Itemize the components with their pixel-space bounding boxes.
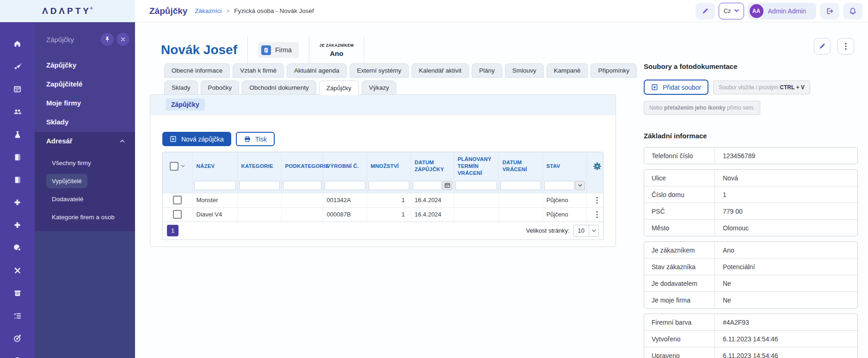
gear-icon <box>593 162 602 171</box>
close-sidebar-button[interactable] <box>117 33 129 46</box>
filter-vyrobni-c-input[interactable] <box>325 181 365 190</box>
submenu-item-kategorie[interactable]: Kategorie firem a osob <box>35 208 135 226</box>
page-size-select[interactable]: 10 <box>573 225 599 237</box>
info-label: Upraveno <box>644 347 715 358</box>
edit-record-button[interactable] <box>814 38 831 55</box>
menu-item-zapujcitele[interactable]: Zapůjčitelé <box>35 74 135 93</box>
filter-mnozstvi-input[interactable] <box>369 181 409 190</box>
tab-vykazy[interactable]: Výkazy <box>362 80 397 95</box>
add-file-button[interactable]: Přidat soubor <box>644 80 708 95</box>
submenu-item-dodavatele[interactable]: Dodavatelé <box>35 190 135 208</box>
tab-vztah-k-firme[interactable]: Vztah k firmě <box>233 63 284 78</box>
tab-obchodni-dokumenty[interactable]: Obchodní dokumenty <box>242 80 316 95</box>
logo-area[interactable]: ΛDΛPTY + <box>0 0 135 22</box>
cell-datum-zapujcky: 16.4.2024 <box>411 193 454 207</box>
menu-item-moje-firmy[interactable]: Moje firmy <box>35 93 135 112</box>
info-label: PSČ <box>644 203 715 219</box>
info-label: Číslo domu <box>644 186 715 203</box>
table-row[interactable]: Monster 001342A 1 16.4.2024 Půjčeno <box>163 193 603 207</box>
menu-item-adresar[interactable]: Adresář <box>35 131 135 150</box>
filter-nazev-input[interactable] <box>194 181 236 190</box>
column-header-kategorie[interactable]: KATEGORIE <box>237 152 281 180</box>
select-all-checkbox[interactable] <box>170 162 179 171</box>
menu-item-sklady[interactable]: Sklady <box>35 112 135 131</box>
chevron-down-icon[interactable] <box>181 165 185 167</box>
drop-zone-hint[interactable]: Nebo přetažením jeho ikonky přímo sem. <box>644 101 760 115</box>
firma-badge: Firma <box>258 42 299 58</box>
filter-planovany-termin-input[interactable] <box>456 181 497 190</box>
row-menu-button[interactable] <box>595 196 599 205</box>
tab-plany[interactable]: Plány <box>472 63 502 78</box>
filter-podkategorie-input[interactable] <box>283 181 321 190</box>
language-selector[interactable]: Cz <box>719 3 744 19</box>
print-button[interactable]: Tisk <box>236 132 275 146</box>
row-checkbox[interactable] <box>173 210 182 219</box>
new-loan-button[interactable]: Nová zápůjčka <box>162 132 231 146</box>
rail-item-plus-alt[interactable] <box>0 214 35 236</box>
rail-item-flask[interactable] <box>0 123 35 146</box>
column-settings-button[interactable] <box>592 161 603 172</box>
column-header-planovany-termin[interactable]: PLÁNOVANÝ TERMÍN VRÁCENÍ <box>454 152 499 180</box>
quick-edit-button[interactable] <box>696 3 715 19</box>
column-header-nazev[interactable]: NÁZEV <box>192 152 237 180</box>
printer-icon <box>244 136 251 143</box>
tab-obecne-informace[interactable]: Obecné informace <box>164 63 230 78</box>
tab-zapujcky[interactable]: Zápůjčky <box>319 80 359 95</box>
rail-item-plus[interactable] <box>0 191 35 214</box>
table-row[interactable]: Diavel V4 000087B 1 16.4.2024 Půjčeno <box>163 207 603 222</box>
rail-item-book[interactable] <box>0 168 35 191</box>
rail-item-tools[interactable] <box>0 259 35 282</box>
column-header-vyrobni-c[interactable]: VÝROBNÍ Č. <box>323 152 367 180</box>
rail-item-target[interactable] <box>0 327 35 350</box>
submenu-item-vsechny-firmy[interactable]: Všechny firmy <box>35 154 135 172</box>
pin-sidebar-button[interactable] <box>101 33 114 46</box>
submenu-item-vypujcitele[interactable]: Vypůjčitelé <box>35 172 135 190</box>
rail-item-home[interactable] <box>0 32 35 55</box>
more-options-button[interactable] <box>837 38 854 55</box>
filter-datum-vraceni-input[interactable] <box>500 181 541 190</box>
row-menu-button[interactable] <box>595 210 599 219</box>
stav-dropdown-button[interactable] <box>575 181 585 190</box>
user-menu[interactable]: AA Admin Admin <box>748 3 816 19</box>
column-header-datum-zapujcky[interactable]: DATUM ZÁPŮJČKY <box>411 152 454 180</box>
tab-kampane[interactable]: Kampaně <box>547 63 588 78</box>
app-window: ΛDΛPTY + Zápůjčky Zákazníci > Fyzická os… <box>0 0 868 358</box>
tab-externi-systemy[interactable]: Externí systémy <box>350 63 409 78</box>
column-header-mnozstvi[interactable]: MNOŽSTVÍ <box>367 152 411 180</box>
column-header-stav[interactable]: STAV <box>542 152 586 180</box>
page-1-button[interactable]: 1 <box>167 225 179 236</box>
rail-item-calendar[interactable] <box>0 78 35 100</box>
notifications-button[interactable] <box>843 3 862 19</box>
row-checkbox[interactable] <box>173 196 182 204</box>
menu-item-zapujcky[interactable]: Zápůjčky <box>35 56 135 74</box>
date-picker-button[interactable] <box>443 181 452 190</box>
strip-tab-zapujcky[interactable]: Zápůjčky <box>166 99 205 111</box>
menu-item-label: Zapůjčitelé <box>46 80 82 88</box>
rail-item-rocket[interactable] <box>0 55 35 78</box>
tab-kalendar-aktivit[interactable]: Kalendář aktivit <box>412 63 469 78</box>
files-section-title: Soubory a fotodokumentace <box>644 62 858 70</box>
rail-item-journal[interactable] <box>0 146 35 168</box>
rail-item-globe[interactable] <box>0 350 35 358</box>
cell-nazev: Diavel V4 <box>192 207 237 222</box>
tab-sklady[interactable]: Sklady <box>164 80 198 95</box>
column-header-podkategorie[interactable]: PODKATEGORIE <box>281 152 323 180</box>
divider <box>309 36 309 64</box>
rail-item-contacts[interactable] <box>0 100 35 123</box>
column-header-datum-vraceni[interactable]: DATUM VRÁCENÍ <box>499 152 542 180</box>
chevron-down-icon <box>589 225 598 236</box>
logout-button[interactable] <box>820 3 839 19</box>
tab-aktualni-agenda[interactable]: Aktuální agenda <box>287 63 347 78</box>
tab-pobocky[interactable]: Pobočky <box>201 80 240 95</box>
tab-pripominky[interactable]: Připomínky <box>591 63 637 78</box>
filter-datum-zapujcky-input[interactable] <box>412 181 442 190</box>
rail-item-pie[interactable] <box>0 236 35 259</box>
rail-item-checklist[interactable] <box>0 304 35 327</box>
rail-item-archive[interactable] <box>0 282 35 304</box>
breadcrumb-link-zakaznici[interactable]: Zákazníci <box>195 7 222 14</box>
filter-kategorie-input[interactable] <box>239 181 280 190</box>
info-row: Je moje firmaNe <box>644 291 857 308</box>
filter-stav-input[interactable] <box>544 181 574 190</box>
tab-smlouvy[interactable]: Smlouvy <box>505 63 544 78</box>
sidebar-flyout: Zápůjčky Zápůjčky Zapůjčitelé Moje firmy… <box>35 22 135 358</box>
